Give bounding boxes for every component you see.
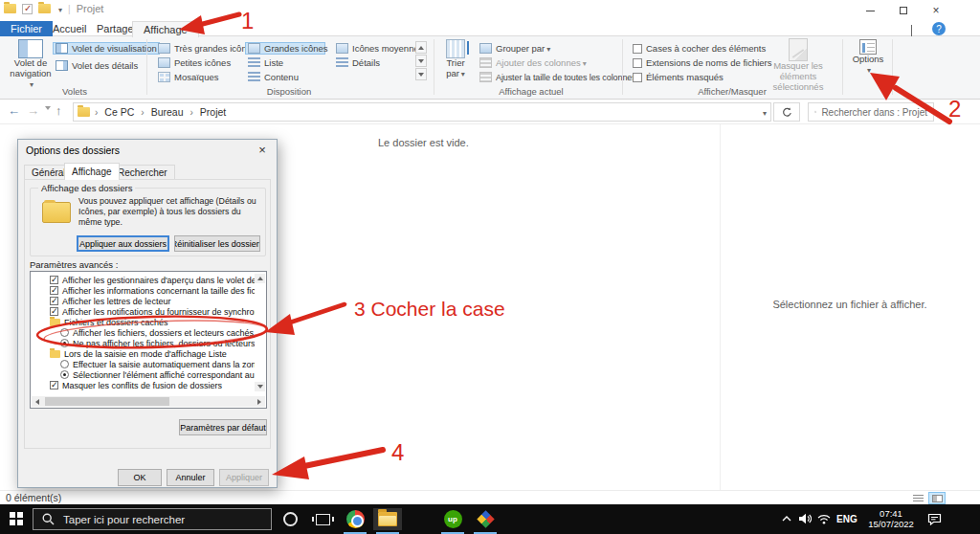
qat-newfolder-icon[interactable] [38,4,51,13]
restore-defaults-button[interactable]: Paramètres par défaut [179,419,267,435]
file-explorer-button[interactable] [373,508,402,530]
scrollbar-thumb[interactable] [45,397,169,406]
forward-button[interactable]: → [27,103,39,118]
view-liste[interactable]: Liste [245,56,286,69]
group-by-button[interactable]: Grouper par [477,42,553,55]
checkbox-checked-icon[interactable] [50,286,58,295]
list-item[interactable]: Afficher les notifications du fournisseu… [50,306,255,317]
size-columns-button[interactable]: Ajuster la taille de toutes les colonnes [477,71,639,83]
address-dropdown-icon[interactable] [761,107,767,118]
list-item[interactable]: Afficher les gestionnaires d'aperçu dans… [50,275,255,285]
dialog-close-button[interactable]: × [248,140,277,160]
list-item-hide-hidden-radio[interactable]: Ne pas afficher les fichiers, dossiers o… [60,338,255,348]
horizontal-scrollbar[interactable] [32,396,265,407]
network-button[interactable] [815,510,833,527]
view-grandes-icones[interactable]: Grandes icônes [245,42,325,55]
upwork-button[interactable]: up [438,508,467,530]
view-details[interactable]: Détails [333,56,383,69]
preview-pane-button[interactable]: Volet de visualisation [53,42,160,55]
folder-icon [50,319,60,326]
volume-button[interactable] [796,510,813,527]
refresh-button[interactable] [773,102,800,122]
list-item-hidden-files-group[interactable]: Fichiers et dossiers cachés [50,317,255,327]
back-button[interactable]: ← [8,103,20,118]
up-button[interactable]: ↑ [56,103,62,118]
cancel-button[interactable]: Annuler [167,469,214,486]
scroll-right-button[interactable] [254,396,265,407]
advanced-settings-list[interactable]: Afficher les gestionnaires d'aperçu dans… [30,271,267,409]
radio-checked-icon[interactable] [60,370,69,379]
triangle-right-icon [257,399,261,405]
size-columns-label: Ajuster la taille de toutes les colonnes [496,73,636,82]
thumbnail-view-toggle[interactable] [928,492,946,504]
list-item-select-typed-radio[interactable]: Sélectionner l'élément affiché correspon… [60,369,255,380]
dialog-tab-rechercher[interactable]: Rechercher [110,165,175,180]
app-diamond-button[interactable] [471,508,500,530]
list-item[interactable]: Afficher les lettres de lecteur [50,296,255,306]
task-view-button[interactable] [308,508,337,530]
close-button[interactable]: × [921,0,951,21]
checkbox-checked-icon[interactable] [50,381,58,389]
taskbar-search-input[interactable]: Taper ici pour rechercher [33,508,272,530]
breadcrumb-bureau[interactable]: Bureau [149,106,186,118]
radio-unchecked-icon[interactable] [60,360,69,368]
chrome-button[interactable] [341,508,369,530]
tab-affichage[interactable]: Affichage [132,21,199,37]
views-scroll-down-button[interactable] [415,55,427,67]
search-input[interactable]: Rechercher dans : Projet [808,102,934,122]
language-indicator[interactable]: ENG [836,514,858,524]
view-label: Mosaïques [174,72,218,82]
sort-by-icon [446,39,465,58]
list-item-label: Afficher les informations concernant la … [62,286,255,296]
list-item[interactable]: Afficher les informations concernant la … [50,285,255,296]
radio-unchecked-icon[interactable] [60,328,69,337]
recent-locations-button[interactable] [45,110,51,121]
checkbox-checked-icon[interactable] [50,276,58,284]
help-button[interactable]: ? [932,22,946,35]
qat-properties-icon[interactable] [22,4,33,14]
clock[interactable]: 07:41 15/07/2022 [863,508,919,530]
cortana-button[interactable] [276,508,304,530]
reset-folders-button[interactable]: Réinitialiser les dossiers [174,235,260,252]
checkbox-checked-icon[interactable] [50,307,58,316]
sort-by-button[interactable]: Trier par [438,39,473,79]
scroll-down-button[interactable] [255,382,265,391]
collapse-ribbon-button[interactable] [911,26,912,36]
scroll-up-button[interactable] [255,274,265,283]
action-center-button[interactable] [924,510,944,527]
tray-expand-button[interactable] [779,510,794,527]
breadcrumb-projet[interactable]: Projet [198,106,228,118]
view-contenu[interactable]: Contenu [245,71,301,83]
view-petites-icones[interactable]: Petites icônes [155,56,234,69]
qat-customize-icon[interactable] [56,4,62,14]
address-field[interactable]: Ce PC Bureau Projet [73,102,771,122]
start-button[interactable] [0,504,29,534]
list-item-type-in-search-radio[interactable]: Effectuer la saisie automatiquement dans… [60,359,255,369]
item-checkboxes-checkbox[interactable]: Cases à cocher des éléments [630,42,768,55]
view-icones-moyennes[interactable]: Icônes moyennes [333,42,426,55]
views-more-button[interactable] [415,68,427,80]
apply-to-folders-button[interactable]: Appliquer aux dossiers [77,235,169,252]
hidden-items-checkbox[interactable]: Éléments masqués [630,71,726,83]
view-tres-grandes-icones[interactable]: Très grandes icônes [155,42,259,55]
options-button[interactable]: Options [848,39,888,76]
breadcrumb-ce-pc[interactable]: Ce PC [102,106,136,118]
nav-pane-button[interactable]: Volet de navigation [6,39,56,90]
details-pane-button[interactable]: Volet des détails [53,59,141,72]
minimize-button[interactable] [855,0,885,21]
radio-checked-icon[interactable] [60,339,69,347]
dialog-tab-affichage[interactable]: Affichage [64,163,120,180]
views-scroll-up-button[interactable] [415,41,427,54]
checkbox-checked-icon[interactable] [50,297,58,305]
scroll-left-button[interactable] [32,396,43,407]
file-extensions-checkbox[interactable]: Extensions de noms de fichiers [630,56,774,69]
list-item-typing-group[interactable]: Lors de la saisie en mode d'affichage Li… [50,348,255,359]
apply-button[interactable]: Appliquer [219,469,269,486]
ok-button[interactable]: OK [118,469,162,486]
list-item-show-hidden-radio[interactable]: Afficher les fichiers, dossiers et lecte… [60,327,255,338]
maximize-button[interactable] [888,0,919,21]
list-item[interactable]: Masquer les conflits de fusion de dossie… [50,380,255,390]
taskbar: Taper ici pour rechercher up ENG 07:41 1… [0,504,980,534]
view-mosaiques[interactable]: Mosaïques [155,71,221,83]
details-view-toggle[interactable] [909,492,926,504]
